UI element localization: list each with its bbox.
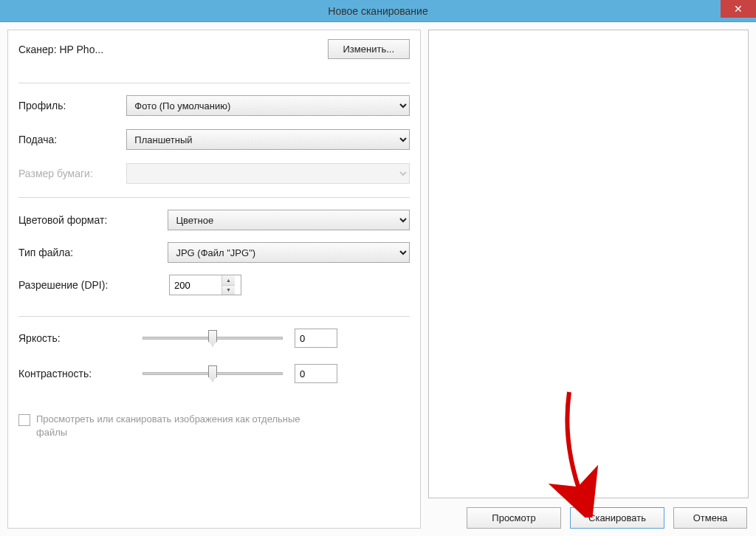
close-button[interactable]: ✕ <box>721 0 756 18</box>
contrast-label: Контрастность: <box>18 368 142 379</box>
scanner-row: Сканер: HP Pho... Изменить... <box>18 39 410 59</box>
divider <box>18 83 410 83</box>
preview-button[interactable]: Просмотр <box>467 507 561 529</box>
file-type-label: Тип файла: <box>18 247 168 258</box>
color-format-select[interactable]: Цветное <box>168 210 410 230</box>
profile-select[interactable]: Фото (По умолчанию) <box>126 95 410 116</box>
brightness-slider[interactable] <box>142 337 283 340</box>
settings-pane: Сканер: HP Pho... Изменить... Профиль: Ф… <box>7 30 421 529</box>
contrast-input[interactable] <box>295 364 337 383</box>
color-format-row: Цветовой формат: Цветное <box>18 210 410 230</box>
divider <box>18 316 410 317</box>
preview-area <box>428 30 749 498</box>
contrast-slider[interactable] <box>142 372 283 375</box>
close-icon: ✕ <box>734 3 743 15</box>
spinner-down-icon[interactable]: ▼ <box>222 286 235 295</box>
resolution-label: Разрешение (DPI): <box>18 279 169 291</box>
spinner-up-icon[interactable]: ▲ <box>222 275 235 286</box>
profile-row: Профиль: Фото (По умолчанию) <box>18 95 410 116</box>
profile-label: Профиль: <box>18 100 126 111</box>
window-title: Новое сканирование <box>328 5 427 17</box>
paper-size-select <box>126 163 410 184</box>
slider-thumb[interactable] <box>208 330 217 346</box>
scanner-label: Сканер: HP Pho... <box>18 44 103 55</box>
source-row: Подача: Планшетный <box>18 129 410 150</box>
contrast-row: Контрастность: <box>18 364 410 383</box>
separate-files-checkbox[interactable] <box>18 414 30 426</box>
slider-thumb[interactable] <box>208 365 217 382</box>
brightness-input[interactable] <box>295 329 337 348</box>
brightness-label: Яркость: <box>18 332 142 344</box>
change-scanner-button[interactable]: Изменить... <box>328 39 410 59</box>
divider <box>18 197 410 198</box>
cancel-button[interactable]: Отмена <box>673 507 747 529</box>
source-label: Подача: <box>18 134 126 145</box>
scan-button[interactable]: Сканировать <box>570 507 664 529</box>
resolution-row: Разрешение (DPI): ▲ ▼ <box>18 275 410 295</box>
color-format-label: Цветовой формат: <box>18 214 168 226</box>
window-body: Сканер: HP Pho... Изменить... Профиль: Ф… <box>0 22 756 536</box>
brightness-row: Яркость: <box>18 329 410 348</box>
resolution-input[interactable] <box>170 275 221 295</box>
file-type-select[interactable]: JPG (Файл "JPG") <box>168 242 410 263</box>
separate-files-label: Просмотреть или сканировать изображения … <box>36 413 331 439</box>
resolution-spinner[interactable]: ▲ ▼ <box>169 275 241 295</box>
paper-size-row: Размер бумаги: <box>18 163 410 184</box>
source-select[interactable]: Планшетный <box>126 129 410 150</box>
paper-size-label: Размер бумаги: <box>18 168 126 179</box>
titlebar: Новое сканирование ✕ <box>0 0 756 22</box>
action-buttons: Просмотр Сканировать Отмена <box>428 507 749 529</box>
right-pane: Просмотр Сканировать Отмена <box>428 30 749 529</box>
separate-files-row: Просмотреть или сканировать изображения … <box>18 413 410 439</box>
file-type-row: Тип файла: JPG (Файл "JPG") <box>18 242 410 263</box>
annotation-arrow-icon <box>547 385 606 518</box>
